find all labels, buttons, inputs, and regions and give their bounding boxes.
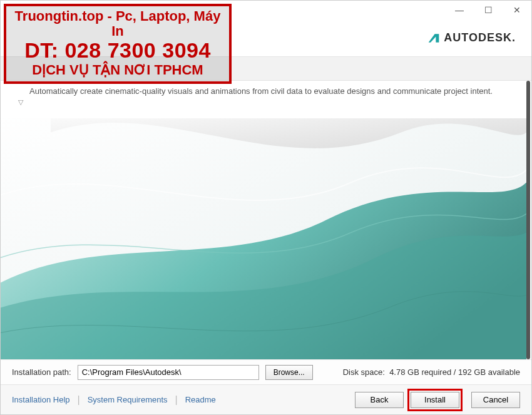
product-description: Automatically create cinematic-quality v…	[29, 86, 493, 97]
back-button[interactable]: Back	[355, 392, 404, 408]
scrollbar[interactable]	[526, 81, 530, 359]
install-button[interactable]: Install	[411, 392, 459, 408]
browse-button[interactable]: Browse...	[265, 365, 313, 380]
minimize-button[interactable]: —	[445, 1, 474, 19]
install-highlight-box: Install	[407, 389, 463, 411]
brand-text: AUTODESK.	[444, 31, 516, 44]
install-path-row: Installation path: Browse... Disk space:…	[1, 359, 531, 384]
watermark-line2: DT: 028 7300 3094	[10, 39, 225, 62]
autodesk-logo: AUTODESK.	[427, 31, 516, 44]
watermark-line3: DỊCH VỤ TẬN NƠI TPHCM	[10, 63, 225, 78]
disk-space-text: Disk space: 4.78 GB required / 192 GB av…	[343, 367, 520, 377]
expand-arrow-icon[interactable]: ▽	[18, 87, 23, 106]
product-info: Automatically create cinematic-quality v…	[29, 86, 493, 97]
hero-graphic	[1, 118, 526, 359]
content-area: ▽ Automatically create cinematic-quality…	[1, 81, 531, 359]
install-path-input[interactable]	[78, 365, 259, 380]
watermark-overlay: Truongtin.top - Pc, Laptop, Máy In DT: 0…	[4, 4, 232, 84]
watermark-line1: Truongtin.top - Pc, Laptop, Máy In	[10, 9, 225, 39]
footer: Installation Help | System Requirements …	[1, 384, 531, 414]
readme-link[interactable]: Readme	[185, 395, 216, 404]
autodesk-icon	[427, 32, 440, 44]
maximize-button[interactable]: ☐	[474, 1, 503, 19]
product-row: ▽ Automatically create cinematic-quality…	[1, 81, 531, 113]
install-help-link[interactable]: Installation Help	[12, 395, 70, 404]
install-path-label: Installation path:	[12, 367, 71, 377]
system-requirements-link[interactable]: System Requirements	[88, 395, 168, 404]
cancel-button[interactable]: Cancel	[471, 392, 520, 408]
close-button[interactable]: ✕	[503, 1, 531, 19]
